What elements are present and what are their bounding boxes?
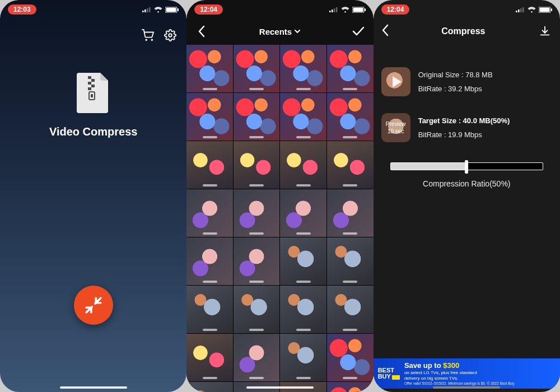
- video-thumbnail[interactable]: [280, 189, 326, 237]
- done-icon[interactable]: [351, 24, 366, 39]
- back-icon[interactable]: [194, 24, 209, 39]
- cell-signal-icon: [142, 7, 151, 12]
- cell-signal-icon: [516, 7, 525, 12]
- screen-home: 12:03 Video Compress: [0, 0, 186, 392]
- compression-slider[interactable]: [390, 162, 543, 170]
- video-thumbnail[interactable]: [234, 334, 280, 381]
- compression-ratio-label: Compression Ratio(50%): [390, 179, 543, 188]
- svg-rect-30: [551, 8, 552, 11]
- svg-point-7: [146, 39, 147, 40]
- video-thumbnail[interactable]: [234, 45, 280, 92]
- recording-time-pill: 12:04: [194, 4, 223, 15]
- video-thumbnail[interactable]: [186, 286, 233, 333]
- video-thumbnail[interactable]: [327, 286, 374, 333]
- zip-file-icon: [77, 73, 110, 115]
- video-thumbnail[interactable]: [327, 45, 374, 92]
- video-thumbnail[interactable]: [186, 93, 233, 141]
- ad-banner[interactable]: BEST BUY Save up to $300 on select LG TV…: [374, 358, 560, 389]
- svg-rect-3: [149, 7, 151, 12]
- video-thumbnail[interactable]: [280, 141, 326, 189]
- svg-rect-5: [166, 7, 176, 12]
- status-icons: [329, 7, 366, 13]
- video-thumbnail[interactable]: [186, 237, 233, 285]
- ad-text: Save up to $300 on select LG TVs, plus f…: [404, 361, 515, 386]
- video-thumbnail[interactable]: [280, 93, 326, 141]
- svg-rect-14: [88, 87, 91, 90]
- video-thumbnail[interactable]: [280, 237, 326, 285]
- svg-point-9: [169, 34, 172, 37]
- svg-rect-22: [353, 7, 363, 12]
- screen-compress: 12:04 Compress Original Size : 78.8 MB B…: [374, 0, 560, 392]
- video-thumbnail[interactable]: [234, 286, 280, 333]
- wifi-icon: [154, 7, 162, 13]
- video-thumbnail[interactable]: [327, 237, 374, 285]
- wifi-icon: [528, 7, 536, 13]
- slider-knob[interactable]: [465, 160, 468, 174]
- svg-rect-24: [516, 11, 517, 12]
- cart-icon[interactable]: [141, 28, 155, 43]
- original-info-row: Original Size : 78.8 MB BitRate : 39.2 M…: [381, 67, 552, 96]
- status-icons: [516, 7, 552, 13]
- battery-icon: [352, 7, 366, 13]
- battery-icon: [539, 7, 552, 13]
- status-bar: 12:03: [0, 0, 186, 17]
- target-size-label: Target Size : 40.0 MB(50%): [418, 116, 510, 125]
- home-indicator[interactable]: [246, 386, 314, 389]
- wifi-icon: [341, 7, 349, 13]
- video-thumbnail[interactable]: [234, 237, 280, 285]
- compress-button[interactable]: [74, 286, 113, 325]
- svg-rect-19: [334, 8, 335, 12]
- chevron-down-icon: [294, 29, 301, 34]
- original-thumbnail[interactable]: [381, 67, 410, 96]
- svg-rect-25: [518, 10, 520, 12]
- video-thumbnail[interactable]: [234, 189, 280, 237]
- svg-rect-0: [142, 11, 144, 12]
- svg-rect-27: [522, 7, 524, 12]
- download-icon[interactable]: [538, 24, 552, 39]
- video-thumbnail[interactable]: [234, 141, 280, 189]
- page-title: Compress: [441, 26, 485, 36]
- video-thumbnail[interactable]: [280, 334, 326, 381]
- video-thumbnail[interactable]: [327, 141, 374, 189]
- status-icons: [142, 7, 179, 13]
- recording-time-pill: 12:04: [381, 4, 410, 15]
- preview-duration: 10 sec: [388, 128, 404, 134]
- video-thumbnail[interactable]: [186, 334, 233, 381]
- svg-point-8: [152, 39, 153, 40]
- album-dropdown[interactable]: Recents: [259, 27, 301, 36]
- tag-icon: [392, 375, 400, 380]
- target-bitrate-label: BitRate : 19.9 Mbps: [418, 130, 510, 139]
- album-title: Recents: [259, 27, 292, 36]
- svg-rect-11: [91, 79, 95, 82]
- svg-rect-29: [539, 7, 549, 12]
- recording-time-pill: 12:03: [8, 4, 36, 15]
- original-size-label: Original Size : 78.8 MB: [418, 71, 493, 79]
- gear-icon[interactable]: [163, 28, 178, 43]
- video-thumbnail[interactable]: [327, 93, 374, 141]
- home-indicator[interactable]: [433, 386, 500, 389]
- original-bitrate-label: BitRate : 39.2 Mbps: [418, 85, 493, 93]
- video-thumbnail[interactable]: [327, 189, 374, 237]
- video-thumbnail[interactable]: [234, 93, 280, 141]
- preview-thumbnail[interactable]: Preview 10 sec: [381, 113, 410, 142]
- video-thumbnail[interactable]: [280, 45, 326, 92]
- video-thumbnail[interactable]: [327, 382, 374, 392]
- video-thumbnail[interactable]: [186, 189, 233, 237]
- home-indicator[interactable]: [60, 386, 127, 389]
- svg-rect-12: [88, 82, 91, 85]
- status-bar: 12:04: [374, 0, 560, 17]
- svg-rect-18: [332, 10, 333, 12]
- video-thumbnail[interactable]: [186, 141, 233, 189]
- video-thumbnail[interactable]: [186, 45, 233, 92]
- status-bar: 12:04: [186, 0, 373, 17]
- play-icon: [393, 76, 402, 87]
- back-icon[interactable]: [381, 24, 389, 39]
- video-thumbnail[interactable]: [280, 286, 326, 333]
- svg-rect-26: [520, 8, 522, 12]
- svg-rect-10: [88, 76, 91, 79]
- video-thumbnail[interactable]: [327, 334, 374, 381]
- screen-picker: 12:04 Recents: [186, 0, 373, 392]
- target-info-row: Preview 10 sec Target Size : 40.0 MB(50%…: [381, 113, 552, 142]
- app-title: Video Compress: [49, 125, 137, 138]
- video-thumbnail[interactable]: [186, 382, 233, 392]
